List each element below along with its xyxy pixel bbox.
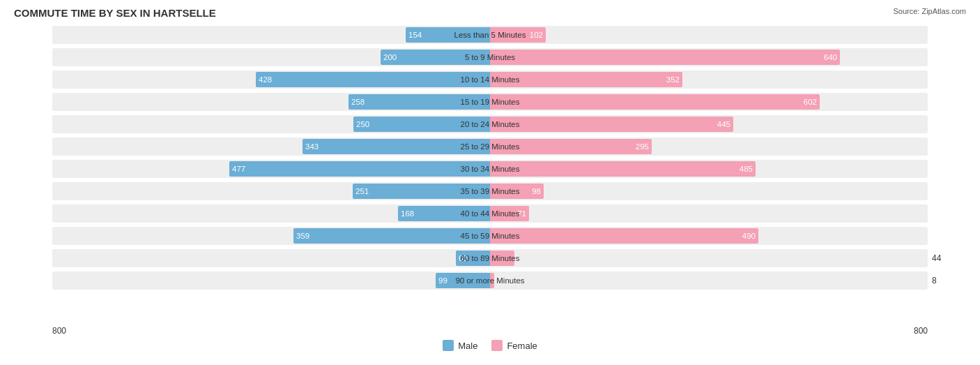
female-val-inside: 490: [742, 232, 758, 240]
bars-label-container: 251 98 35 to 39 Minutes: [52, 182, 928, 200]
bar-row: 250 250 445 20 to 24 Minutes 445: [14, 114, 966, 135]
left-value: 154: [14, 30, 52, 40]
male-val-inside: 99: [436, 276, 447, 285]
bars-label-container: 359 490 45 to 59 Minutes: [52, 227, 928, 245]
left-value: 99: [14, 276, 52, 285]
legend-male-label: Male: [458, 341, 477, 351]
right-value: 352: [928, 75, 966, 84]
bars-label-container: 250 445 20 to 24 Minutes: [52, 115, 928, 133]
male-bar: 250: [353, 117, 490, 132]
male-val-inside: 258: [349, 98, 365, 106]
female-val-inside: 485: [740, 165, 756, 173]
bars-label-container: 343 295 25 to 29 Minutes: [52, 137, 928, 156]
female-val-inside: 640: [824, 53, 840, 61]
left-value: 200: [14, 52, 52, 62]
male-val-inside: 154: [406, 31, 422, 39]
male-val-inside: 250: [353, 120, 369, 128]
female-val-inside: 102: [530, 31, 546, 39]
bar-row: 200 200 640 5 to 9 Minutes 640: [14, 47, 966, 68]
bar-row: 359 359 490 45 to 59 Minutes 490: [14, 225, 966, 246]
bar-row: 154 154 102 Less than 5 Minutes 102: [14, 24, 966, 45]
bar-row: 258 258 602 15 to 19 Minutes 602: [14, 91, 966, 112]
female-bar: [490, 273, 494, 288]
male-bar: 200: [381, 50, 490, 65]
right-value: 445: [928, 119, 966, 129]
right-value: 490: [928, 231, 966, 241]
bars-label-container: 168 71 40 to 44 Minutes: [52, 204, 928, 223]
bar-row: 343 343 295 25 to 29 Minutes 295: [14, 136, 966, 157]
left-value: 428: [14, 75, 52, 84]
male-bar: 154: [406, 27, 490, 43]
female-bar: 98: [490, 184, 544, 199]
legend-female-box: [491, 340, 503, 351]
axis-labels: 800 800: [14, 326, 966, 336]
male-val-inside: 477: [229, 165, 245, 173]
right-value: 602: [928, 97, 966, 107]
bar-row: 62 62 60 to 89 Minutes 44: [14, 248, 966, 269]
male-val-inside: 251: [353, 187, 369, 195]
female-bar: 295: [490, 139, 652, 154]
male-val-inside: 62: [456, 254, 468, 262]
bar-row: 99 99 90 or more Minutes 8: [14, 270, 966, 291]
right-value: 640: [928, 52, 966, 62]
female-val-inside: 295: [636, 142, 652, 151]
female-val-inside: 352: [666, 75, 682, 84]
female-bar: 640: [490, 50, 840, 65]
chart-area: 154 154 102 Less than 5 Minutes 102 200 …: [14, 24, 966, 325]
right-value: 44: [928, 253, 966, 263]
male-val-inside: 200: [381, 53, 397, 61]
bar-row: 477 477 485 30 to 34 Minutes 485: [14, 158, 966, 179]
female-bar: 445: [490, 117, 733, 132]
bar-row: 428 428 352 10 to 14 Minutes 352: [14, 69, 966, 90]
male-bar: 62: [456, 251, 490, 266]
left-value: 477: [14, 164, 52, 174]
male-bar: 258: [349, 94, 490, 110]
female-bar: 71: [490, 206, 529, 221]
female-bar: 102: [490, 27, 546, 43]
legend-male: Male: [443, 340, 477, 351]
right-value: 485: [928, 164, 966, 174]
male-bar: 99: [436, 273, 490, 288]
left-value: 343: [14, 142, 52, 151]
legend-female-label: Female: [507, 341, 537, 351]
left-value: 251: [14, 186, 52, 196]
female-bar: 602: [490, 94, 820, 110]
axis-left-label: 800: [52, 326, 66, 336]
male-val-inside: 343: [303, 142, 319, 151]
female-bar: 485: [490, 161, 756, 177]
female-val-inside: 71: [517, 209, 529, 218]
female-val-inside: 98: [532, 187, 544, 195]
legend: Male Female: [14, 340, 966, 351]
male-val-inside: 428: [256, 75, 272, 84]
legend-male-box: [443, 340, 454, 351]
legend-female: Female: [491, 340, 537, 351]
bars-label-container: 477 485 30 to 34 Minutes: [52, 160, 928, 178]
left-value: 168: [14, 209, 52, 218]
bars-label-container: 62 60 to 89 Minutes: [52, 249, 928, 267]
source-label: Source: ZipAtlas.com: [893, 7, 966, 15]
axis-right-label: 800: [914, 326, 928, 336]
bar-row: 251 251 98 35 to 39 Minutes 98: [14, 181, 966, 202]
left-value: 62: [14, 253, 52, 263]
left-value: 250: [14, 119, 52, 129]
bars-label-container: 99 90 or more Minutes: [52, 271, 928, 290]
right-value: 8: [928, 276, 966, 285]
male-val-inside: 359: [293, 232, 309, 240]
male-bar: 359: [293, 228, 490, 244]
right-value: 102: [928, 30, 966, 40]
right-value: 71: [928, 209, 966, 218]
female-bar: 490: [490, 228, 758, 244]
male-bar: 251: [353, 184, 490, 199]
bars-label-container: 258 602 15 to 19 Minutes: [52, 93, 928, 111]
left-value: 258: [14, 97, 52, 107]
male-bar: 477: [229, 161, 490, 177]
right-value: 98: [928, 186, 966, 196]
bar-row: 168 168 71 40 to 44 Minutes 71: [14, 203, 966, 224]
bars-label-container: 200 640 5 to 9 Minutes: [52, 48, 928, 66]
male-bar: 343: [303, 139, 490, 154]
chart-title: COMMUTE TIME BY SEX IN HARTSELLE: [14, 7, 966, 19]
bars-label-container: 154 102 Less than 5 Minutes: [52, 26, 928, 44]
chart-container: COMMUTE TIME BY SEX IN HARTSELLE Source:…: [0, 0, 980, 365]
right-value: 295: [928, 142, 966, 151]
female-val-inside: 602: [804, 98, 820, 106]
